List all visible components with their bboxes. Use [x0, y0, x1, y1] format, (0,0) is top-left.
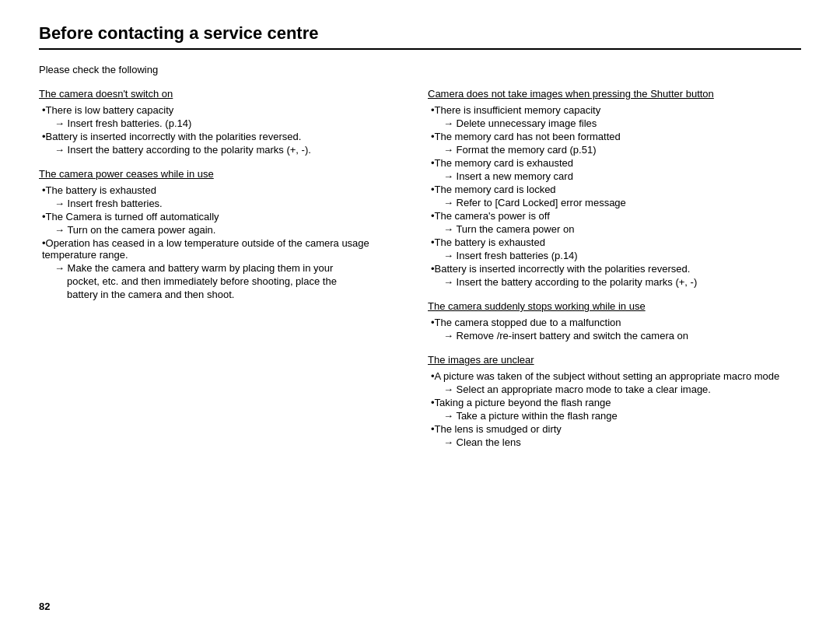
bullet-text: •Operation has ceased in a low temperatu… — [42, 237, 397, 261]
list-item: •The battery is exhausted — [39, 184, 397, 196]
list-item: •Battery is inserted incorrectly with th… — [428, 263, 801, 275]
bullet-text: •Battery is inserted incorrectly with th… — [42, 131, 301, 142]
section-camera-switch-heading: The camera doesn't switch on — [39, 88, 173, 100]
list-item: •The memory card is locked — [428, 184, 801, 195]
arrow-line: → Remove /re-insert battery and switch t… — [428, 330, 801, 342]
arrow-line: → Insert a new memory card — [428, 170, 801, 182]
arrow-continuation: pocket, etc. and then immediately before… — [39, 275, 397, 287]
list-item: •Operation has ceased in a low temperatu… — [39, 237, 397, 261]
bullet-text: •The camera's power is off — [431, 210, 550, 222]
arrow-line: → Refer to [Card Locked] error message — [428, 197, 801, 208]
list-item: •There is low battery capacity — [39, 104, 397, 116]
section-camera-power-heading: The camera power ceases while in use — [39, 168, 214, 180]
arrow-line: → Insert fresh batteries. — [39, 198, 397, 209]
bullet-text: •There is low battery capacity — [42, 104, 173, 116]
list-item: •Battery is inserted incorrectly with th… — [39, 131, 397, 142]
list-item: •The memory card is exhausted — [428, 157, 801, 169]
right-column: Camera does not take images when pressin… — [428, 88, 801, 461]
bullet-text: •A picture was taken of the subject with… — [431, 370, 779, 382]
section-shutter-heading: Camera does not take images when pressin… — [428, 88, 714, 100]
list-item: •The camera's power is off — [428, 210, 801, 222]
section-images-unclear-heading: The images are unclear — [428, 354, 534, 366]
arrow-line: → Select an appropriate macro mode to ta… — [428, 384, 801, 395]
bullet-text: •The memory card is exhausted — [431, 157, 573, 169]
arrow-line: → Clean the lens — [428, 436, 801, 448]
bullet-text: •Taking a picture beyond the flash range — [431, 397, 611, 408]
bullet-text: •The battery is exhausted — [42, 184, 156, 196]
section-images-unclear: The images are unclear •A picture was ta… — [428, 354, 801, 448]
page: Before contacting a service centre Pleas… — [0, 0, 840, 634]
arrow-line: → Turn on the camera power again. — [39, 224, 397, 236]
bullet-text: •Battery is inserted incorrectly with th… — [431, 263, 690, 275]
bullet-text: •The camera stopped due to a malfunction — [431, 317, 621, 328]
page-number: 82 — [39, 601, 50, 612]
section-camera-stops-heading: The camera suddenly stops working while … — [428, 300, 646, 312]
bullet-text: •The battery is exhausted — [431, 236, 545, 248]
arrow-line: → Turn the camera power on — [428, 223, 801, 235]
arrow-line: → Take a picture within the flash range — [428, 410, 801, 422]
arrow-line: → Delete unnecessary image files — [428, 117, 801, 129]
list-item: •The battery is exhausted — [428, 236, 801, 248]
arrow-line: → Insert fresh batteries. (p.14) — [39, 117, 397, 129]
section-camera-switch: The camera doesn't switch on •There is l… — [39, 88, 397, 156]
page-title: Before contacting a service centre — [39, 23, 801, 44]
bullet-text: •The Camera is turned off automatically — [42, 211, 219, 222]
bullet-text: •The memory card has not been formatted — [431, 131, 621, 142]
list-item: •The camera stopped due to a malfunction — [428, 317, 801, 328]
list-item: •Taking a picture beyond the flash range — [428, 397, 801, 408]
arrow-line: → Insert the battery according to the po… — [39, 144, 397, 156]
arrow-line: → Make the camera and battery warm by pl… — [39, 262, 397, 274]
arrow-line: → Insert fresh batteries (p.14) — [428, 250, 801, 261]
list-item: •There is insufficient memory capacity — [428, 104, 801, 116]
left-column: The camera doesn't switch on •There is l… — [39, 88, 397, 461]
bullet-text: •The memory card is locked — [431, 184, 556, 195]
arrow-line: → Format the memory card (p.51) — [428, 144, 801, 156]
list-item: •The lens is smudged or dirty — [428, 423, 801, 435]
list-item: •The Camera is turned off automatically — [39, 211, 397, 222]
section-camera-power-ceases: The camera power ceases while in use •Th… — [39, 168, 397, 300]
bullet-text: •There is insufficient memory capacity — [431, 104, 600, 116]
arrow-line: → Insert the battery according to the po… — [428, 276, 801, 288]
arrow-continuation2: battery in the camera and then shoot. — [39, 289, 397, 300]
section-shutter-button: Camera does not take images when pressin… — [428, 88, 801, 288]
list-item: •A picture was taken of the subject with… — [428, 370, 801, 382]
content-columns: The camera doesn't switch on •There is l… — [39, 88, 801, 461]
list-item: •The memory card has not been formatted — [428, 131, 801, 142]
title-section: Before contacting a service centre — [39, 23, 801, 50]
bullet-text: •The lens is smudged or dirty — [431, 423, 562, 435]
intro-text: Please check the following — [39, 64, 801, 75]
section-camera-stops: The camera suddenly stops working while … — [428, 300, 801, 342]
